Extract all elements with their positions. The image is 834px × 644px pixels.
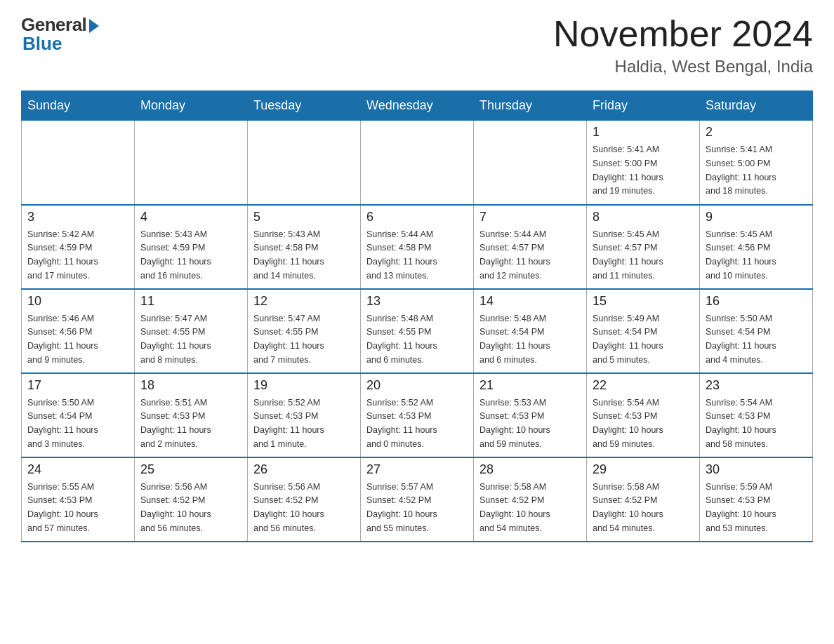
day-info: Sunrise: 5:47 AM Sunset: 4:55 PM Dayligh… <box>140 314 211 365</box>
calendar-cell <box>361 121 474 205</box>
calendar-cell: 11Sunrise: 5:47 AM Sunset: 4:55 PM Dayli… <box>135 289 248 373</box>
day-number: 11 <box>140 294 241 309</box>
calendar-cell: 9Sunrise: 5:45 AM Sunset: 4:56 PM Daylig… <box>700 205 813 289</box>
calendar-cell: 14Sunrise: 5:48 AM Sunset: 4:54 PM Dayli… <box>474 289 587 373</box>
day-number: 26 <box>253 462 355 477</box>
calendar-cell <box>135 121 248 205</box>
calendar-cell: 30Sunrise: 5:59 AM Sunset: 4:53 PM Dayli… <box>700 457 813 542</box>
calendar-week-row: 10Sunrise: 5:46 AM Sunset: 4:56 PM Dayli… <box>22 289 813 373</box>
weekday-header-sunday: Sunday <box>22 91 135 121</box>
calendar-cell: 10Sunrise: 5:46 AM Sunset: 4:56 PM Dayli… <box>22 289 135 373</box>
weekday-header-saturday: Saturday <box>700 91 813 121</box>
location-title: Haldia, West Bengal, India <box>553 57 813 76</box>
calendar-cell: 1Sunrise: 5:41 AM Sunset: 5:00 PM Daylig… <box>587 121 700 205</box>
day-info: Sunrise: 5:51 AM Sunset: 4:53 PM Dayligh… <box>140 398 211 449</box>
calendar-cell: 20Sunrise: 5:52 AM Sunset: 4:53 PM Dayli… <box>361 373 474 457</box>
calendar-cell: 16Sunrise: 5:50 AM Sunset: 4:54 PM Dayli… <box>700 289 813 373</box>
calendar-cell: 7Sunrise: 5:44 AM Sunset: 4:57 PM Daylig… <box>474 205 587 289</box>
day-number: 2 <box>706 125 807 140</box>
calendar-week-row: 1Sunrise: 5:41 AM Sunset: 5:00 PM Daylig… <box>22 121 813 205</box>
day-number: 15 <box>593 294 694 309</box>
calendar-cell: 12Sunrise: 5:47 AM Sunset: 4:55 PM Dayli… <box>248 289 361 373</box>
day-number: 14 <box>479 294 581 309</box>
day-info: Sunrise: 5:47 AM Sunset: 4:55 PM Dayligh… <box>253 314 324 365</box>
day-info: Sunrise: 5:48 AM Sunset: 4:54 PM Dayligh… <box>479 314 550 365</box>
day-number: 6 <box>366 210 468 224</box>
day-number: 20 <box>366 378 468 393</box>
day-info: Sunrise: 5:41 AM Sunset: 5:00 PM Dayligh… <box>593 145 663 196</box>
day-number: 28 <box>479 462 581 477</box>
day-number: 30 <box>706 462 807 477</box>
day-number: 22 <box>593 378 694 393</box>
calendar-cell: 6Sunrise: 5:44 AM Sunset: 4:58 PM Daylig… <box>361 205 474 289</box>
calendar-cell: 17Sunrise: 5:50 AM Sunset: 4:54 PM Dayli… <box>22 373 135 457</box>
day-number: 5 <box>253 210 355 224</box>
day-info: Sunrise: 5:57 AM Sunset: 4:52 PM Dayligh… <box>366 482 437 533</box>
day-number: 19 <box>253 378 355 393</box>
day-info: Sunrise: 5:55 AM Sunset: 4:53 PM Dayligh… <box>27 482 98 533</box>
day-info: Sunrise: 5:48 AM Sunset: 4:55 PM Dayligh… <box>366 314 437 365</box>
calendar-cell: 2Sunrise: 5:41 AM Sunset: 5:00 PM Daylig… <box>700 121 813 205</box>
day-number: 24 <box>27 462 128 477</box>
day-info: Sunrise: 5:58 AM Sunset: 4:52 PM Dayligh… <box>479 482 550 533</box>
day-number: 8 <box>593 210 694 224</box>
calendar-cell: 13Sunrise: 5:48 AM Sunset: 4:55 PM Dayli… <box>361 289 474 373</box>
day-info: Sunrise: 5:45 AM Sunset: 4:57 PM Dayligh… <box>593 229 663 281</box>
calendar-cell: 22Sunrise: 5:54 AM Sunset: 4:53 PM Dayli… <box>587 373 700 457</box>
calendar-cell: 15Sunrise: 5:49 AM Sunset: 4:54 PM Dayli… <box>587 289 700 373</box>
day-info: Sunrise: 5:58 AM Sunset: 4:52 PM Dayligh… <box>593 482 663 533</box>
weekday-header-tuesday: Tuesday <box>248 91 361 121</box>
title-block: November 2024 Haldia, West Bengal, India <box>553 14 813 76</box>
calendar-cell <box>248 121 361 205</box>
calendar-cell: 21Sunrise: 5:53 AM Sunset: 4:53 PM Dayli… <box>474 373 587 457</box>
day-number: 10 <box>27 294 128 309</box>
day-info: Sunrise: 5:59 AM Sunset: 4:53 PM Dayligh… <box>706 482 776 533</box>
calendar-cell: 5Sunrise: 5:43 AM Sunset: 4:58 PM Daylig… <box>248 205 361 289</box>
logo-blue-text: Blue <box>21 33 62 55</box>
day-number: 29 <box>593 462 694 477</box>
day-info: Sunrise: 5:43 AM Sunset: 4:59 PM Dayligh… <box>140 229 211 281</box>
day-info: Sunrise: 5:56 AM Sunset: 4:52 PM Dayligh… <box>253 482 324 533</box>
day-number: 1 <box>593 125 694 140</box>
weekday-header-thursday: Thursday <box>474 91 587 121</box>
day-number: 25 <box>140 462 241 477</box>
calendar-cell: 3Sunrise: 5:42 AM Sunset: 4:59 PM Daylig… <box>22 205 135 289</box>
calendar-cell: 26Sunrise: 5:56 AM Sunset: 4:52 PM Dayli… <box>248 457 361 542</box>
day-info: Sunrise: 5:42 AM Sunset: 4:59 PM Dayligh… <box>27 229 98 281</box>
calendar-cell: 18Sunrise: 5:51 AM Sunset: 4:53 PM Dayli… <box>135 373 248 457</box>
day-info: Sunrise: 5:41 AM Sunset: 5:00 PM Dayligh… <box>706 145 776 196</box>
day-number: 21 <box>479 378 581 393</box>
day-number: 23 <box>706 378 807 393</box>
day-info: Sunrise: 5:54 AM Sunset: 4:53 PM Dayligh… <box>593 398 663 449</box>
weekday-header-row: SundayMondayTuesdayWednesdayThursdayFrid… <box>22 91 813 121</box>
day-info: Sunrise: 5:43 AM Sunset: 4:58 PM Dayligh… <box>253 229 324 281</box>
day-info: Sunrise: 5:45 AM Sunset: 4:56 PM Dayligh… <box>706 229 776 281</box>
day-info: Sunrise: 5:44 AM Sunset: 4:57 PM Dayligh… <box>479 229 550 281</box>
calendar-cell: 23Sunrise: 5:54 AM Sunset: 4:53 PM Dayli… <box>700 373 813 457</box>
weekday-header-wednesday: Wednesday <box>361 91 474 121</box>
day-number: 12 <box>253 294 355 309</box>
day-info: Sunrise: 5:54 AM Sunset: 4:53 PM Dayligh… <box>706 398 776 449</box>
calendar-cell: 28Sunrise: 5:58 AM Sunset: 4:52 PM Dayli… <box>474 457 587 542</box>
calendar-cell: 4Sunrise: 5:43 AM Sunset: 4:59 PM Daylig… <box>135 205 248 289</box>
month-title: November 2024 <box>553 14 813 54</box>
calendar-cell: 19Sunrise: 5:52 AM Sunset: 4:53 PM Dayli… <box>248 373 361 457</box>
calendar-cell: 25Sunrise: 5:56 AM Sunset: 4:52 PM Dayli… <box>135 457 248 542</box>
calendar-cell: 24Sunrise: 5:55 AM Sunset: 4:53 PM Dayli… <box>22 457 135 542</box>
day-info: Sunrise: 5:50 AM Sunset: 4:54 PM Dayligh… <box>706 314 776 365</box>
day-number: 9 <box>706 210 807 224</box>
day-info: Sunrise: 5:56 AM Sunset: 4:52 PM Dayligh… <box>140 482 211 533</box>
calendar-week-row: 24Sunrise: 5:55 AM Sunset: 4:53 PM Dayli… <box>22 457 813 542</box>
day-info: Sunrise: 5:46 AM Sunset: 4:56 PM Dayligh… <box>27 314 98 365</box>
weekday-header-friday: Friday <box>587 91 700 121</box>
day-number: 13 <box>366 294 468 309</box>
day-number: 7 <box>479 210 581 224</box>
logo: General Blue <box>21 14 99 55</box>
day-info: Sunrise: 5:53 AM Sunset: 4:53 PM Dayligh… <box>479 398 550 449</box>
calendar-cell: 29Sunrise: 5:58 AM Sunset: 4:52 PM Dayli… <box>587 457 700 542</box>
weekday-header-monday: Monday <box>135 91 248 121</box>
calendar-week-row: 17Sunrise: 5:50 AM Sunset: 4:54 PM Dayli… <box>22 373 813 457</box>
calendar-cell: 27Sunrise: 5:57 AM Sunset: 4:52 PM Dayli… <box>361 457 474 542</box>
calendar-table: SundayMondayTuesdayWednesdayThursdayFrid… <box>21 90 813 542</box>
day-info: Sunrise: 5:50 AM Sunset: 4:54 PM Dayligh… <box>27 398 98 449</box>
